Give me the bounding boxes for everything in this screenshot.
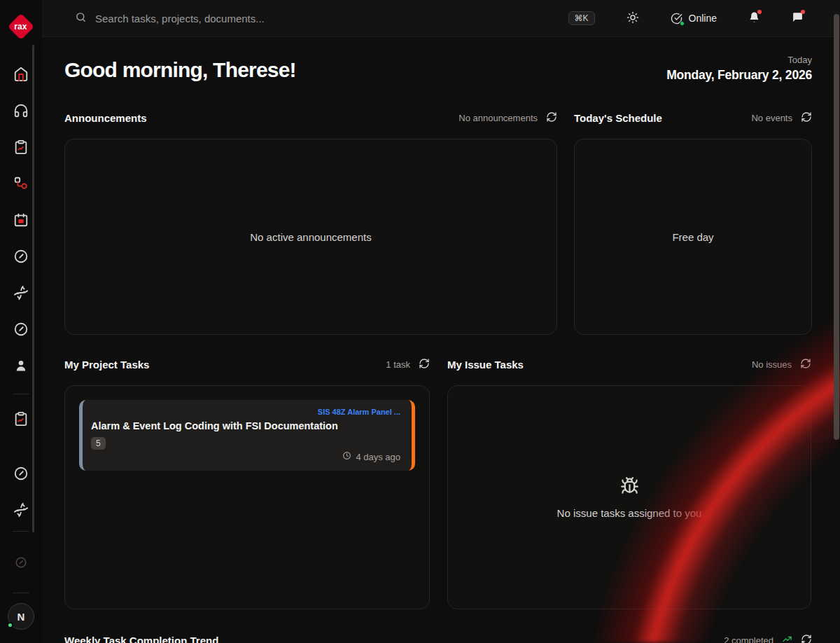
- announcements-header: Announcements No announcements: [64, 110, 557, 125]
- message-dot: [801, 10, 805, 14]
- dna-icon: [13, 285, 29, 300]
- task-row[interactable]: SIS 48Z Alarm Panel ... Alarm & Event Lo…: [79, 400, 415, 471]
- search-input[interactable]: [95, 13, 319, 25]
- trend-count: 2 completed: [724, 635, 774, 643]
- theme-toggle-button[interactable]: [626, 11, 639, 26]
- gauge-icon: [13, 322, 29, 337]
- gauge-icon-faded: [15, 556, 27, 569]
- refresh-icon: [546, 111, 557, 125]
- schedule-header: Today's Schedule No events: [574, 110, 812, 125]
- notification-dot: [757, 10, 762, 14]
- notifications-button[interactable]: [748, 11, 760, 25]
- sidebar: rax N: [0, 0, 42, 643]
- sidebar-item-automation[interactable]: [8, 550, 34, 575]
- issue-tasks-card: No issue tasks assigned to you: [447, 385, 811, 609]
- bug-icon: [620, 476, 639, 498]
- schedule-count: No events: [751, 113, 792, 123]
- schedule-empty-text: Free day: [672, 231, 713, 243]
- project-tasks-header: My Project Tasks 1 task: [64, 357, 430, 372]
- issue-tasks-title: My Issue Tasks: [447, 359, 524, 371]
- trend-title: Weekly Task Completion Trend: [64, 635, 218, 643]
- announcements-empty-text: No active announcements: [250, 231, 371, 243]
- trend-header: Weekly Task Completion Trend 2 completed: [64, 632, 812, 643]
- announcements-refresh-button[interactable]: [546, 111, 557, 125]
- refresh-icon: [800, 358, 811, 371]
- refresh-icon: [801, 111, 812, 125]
- date-value: Monday, February 2, 2026: [666, 68, 812, 83]
- sidebar-item-dna[interactable]: [8, 280, 34, 305]
- status-label: Online: [689, 13, 717, 24]
- announcements-title: Announcements: [64, 112, 147, 124]
- page-title: Good morning, Therese!: [64, 58, 296, 82]
- sidebar-item-support[interactable]: [8, 98, 34, 123]
- dashboard-main: Good morning, Therese! Today Monday, Feb…: [42, 37, 840, 643]
- workflow-icon: [13, 176, 29, 191]
- check-circle-icon: [671, 13, 682, 25]
- shortcut-hint: ⌘K: [568, 11, 595, 25]
- sun-icon: [626, 11, 639, 26]
- project-tasks-card: SIS 48Z Alarm Panel ... Alarm & Event Lo…: [64, 385, 430, 609]
- connection-status[interactable]: Online: [671, 13, 717, 25]
- issue-tasks-count: No issues: [752, 359, 792, 370]
- rax-logo[interactable]: rax: [8, 13, 34, 40]
- schedule-card: Free day: [574, 139, 812, 335]
- clipboard-icon: [13, 411, 29, 427]
- calendar-icon: [13, 212, 29, 228]
- task-title: Alarm & Event Log Coding with FSI Docume…: [91, 420, 400, 431]
- global-search: [75, 11, 319, 26]
- home-icon: [13, 67, 29, 82]
- refresh-icon: [419, 358, 430, 371]
- search-icon: [75, 11, 87, 26]
- trend-refresh-button[interactable]: [801, 634, 812, 643]
- sidebar-item-workflow[interactable]: [8, 171, 34, 196]
- dna-icon: [13, 502, 29, 518]
- topbar-actions: ⌘K Online: [568, 11, 804, 26]
- task-timestamp: 4 days ago: [356, 452, 400, 462]
- clock-icon: [342, 451, 351, 462]
- clipboard-icon: [13, 139, 29, 155]
- sidebar-item-documents[interactable]: [8, 406, 34, 431]
- sidebar-item-profile[interactable]: [8, 353, 34, 378]
- project-tasks-count: 1 task: [386, 359, 410, 370]
- sidebar-divider: [13, 531, 29, 532]
- window-scrollbar[interactable]: [834, 14, 839, 440]
- messages-button[interactable]: [792, 11, 804, 25]
- project-tasks-refresh-button[interactable]: [419, 358, 430, 371]
- refresh-icon: [801, 634, 812, 643]
- announcements-count: No announcements: [458, 113, 538, 123]
- announcements-card: No active announcements: [64, 139, 557, 335]
- sidebar-item-calendar[interactable]: [8, 207, 34, 233]
- task-project-link[interactable]: SIS 48Z Alarm Panel ...: [318, 408, 400, 416]
- sidebar-item-tasks[interactable]: [8, 134, 34, 160]
- issue-empty-state: No issue tasks assigned to you: [557, 476, 702, 519]
- schedule-refresh-button[interactable]: [801, 111, 812, 125]
- user-avatar[interactable]: N: [8, 603, 34, 630]
- online-dot: [680, 21, 685, 26]
- task-count-badge: 5: [91, 437, 106, 450]
- headset-icon: [13, 103, 29, 118]
- avatar-initial: N: [18, 611, 25, 623]
- gauge-icon: [13, 466, 29, 481]
- issue-tasks-refresh-button[interactable]: [800, 358, 811, 371]
- sidebar-divider: [13, 394, 29, 394]
- sidebar-item-home[interactable]: [8, 62, 34, 87]
- issue-tasks-header: My Issue Tasks No issues: [447, 357, 811, 372]
- issue-empty-text: No issue tasks assigned to you: [557, 507, 702, 519]
- sidebar-item-metrics[interactable]: [8, 461, 34, 486]
- user-icon: [14, 359, 28, 373]
- project-tasks-title: My Project Tasks: [64, 359, 149, 371]
- schedule-title: Today's Schedule: [574, 112, 662, 124]
- sidebar-item-dashboard[interactable]: [8, 244, 34, 269]
- topbar: ⌘K Online: [42, 0, 840, 37]
- sidebar-divider: [13, 593, 29, 593]
- presence-indicator: [7, 622, 13, 628]
- sidebar-item-genome[interactable]: [8, 497, 34, 523]
- gauge-icon: [13, 249, 29, 264]
- date-block: Today Monday, February 2, 2026: [666, 55, 812, 83]
- trending-up-icon: [782, 634, 792, 643]
- sidebar-item-targets[interactable]: [8, 317, 34, 342]
- rax-logo-text: rax: [15, 22, 27, 32]
- date-label: Today: [666, 55, 812, 65]
- sidebar-scrollbar[interactable]: [32, 45, 34, 532]
